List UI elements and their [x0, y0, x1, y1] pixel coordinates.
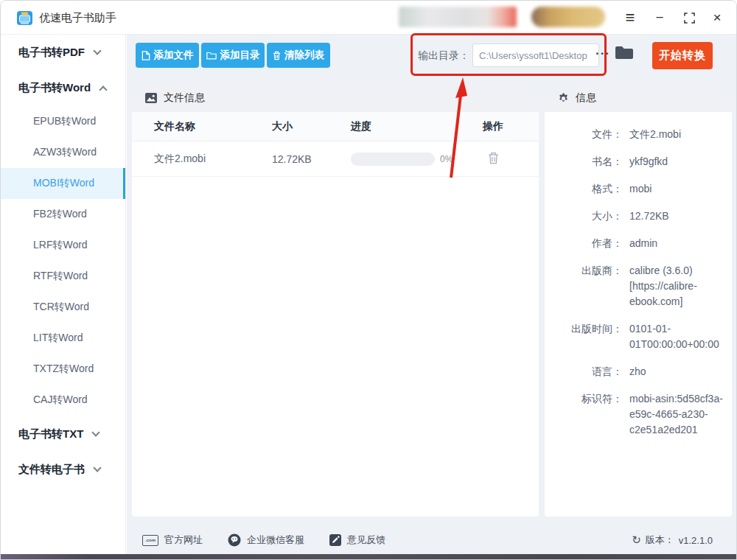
- actions-cell: [464, 150, 523, 168]
- add-file-label: 添加文件: [154, 49, 194, 62]
- add-file-button[interactable]: 添加文件: [136, 43, 199, 68]
- app-title: 优速电子书助手: [39, 11, 116, 25]
- desktop-edge-strip: [1, 554, 737, 560]
- sidebar-item-epub-to-word[interactable]: EPUB转Word: [1, 106, 125, 137]
- feedback-pencil-icon: [329, 534, 341, 546]
- clear-list-label: 清除列表: [284, 49, 324, 62]
- info-label: 大小：: [545, 209, 623, 224]
- blurred-promo-banner[interactable]: [399, 7, 517, 27]
- info-row-size: 大小： 12.72KB: [545, 209, 724, 224]
- progress-bar: [351, 153, 435, 166]
- com-website-icon: .com: [142, 535, 158, 546]
- sidebar-item-label: EPUB转Word: [33, 115, 96, 128]
- info-row-author: 作者： admin: [545, 236, 724, 251]
- info-label: 格式：: [545, 181, 623, 197]
- sidebar-item-label: RTF转Word: [33, 270, 88, 283]
- info-label: 出版时间：: [545, 321, 623, 352]
- version-info: ↻ 版本： v1.2.1.0: [632, 526, 713, 554]
- info-value: 文件2.mobi: [629, 127, 724, 142]
- sidebar-group-file-to-ebook[interactable]: 文件转电子书: [1, 454, 125, 485]
- folder-icon: [615, 45, 634, 60]
- title-bar: 优速电子书助手 ≡ − ×: [1, 1, 737, 35]
- info-row-identifier: 标识符： mobi-asin:5d58cf3a-e59c-4665-a230-c…: [545, 391, 724, 438]
- sidebar-group-label: 文件转电子书: [18, 463, 85, 477]
- sidebar-item-txtz-to-word[interactable]: TXTZ转Word: [1, 354, 125, 385]
- sidebar-group-label: 电子书转TXT: [18, 427, 83, 441]
- info-panel-title: 信息: [576, 91, 596, 105]
- info-value: mobi: [629, 181, 724, 197]
- feedback-link[interactable]: 意见反馈: [329, 533, 385, 547]
- chevron-up-icon: [99, 85, 107, 94]
- sidebar: 电子书转PDF 电子书转Word EPUB转Word AZW3转Word MOB…: [1, 35, 126, 554]
- table-header: 文件名称 大小 进度 操作: [132, 112, 539, 141]
- sidebar-item-lrf-to-word[interactable]: LRF转Word: [1, 230, 125, 261]
- column-actions: 操作: [464, 120, 523, 133]
- sidebar-item-tcr-to-word[interactable]: TCR转Word: [1, 292, 125, 323]
- browse-folder-button[interactable]: [614, 45, 635, 63]
- check-update-icon[interactable]: ↻: [632, 533, 641, 547]
- chat-support-icon: [228, 533, 241, 547]
- info-label: 标识符：: [545, 391, 623, 438]
- more-options-dots[interactable]: ···: [592, 46, 614, 61]
- app-logo-icon: [17, 10, 32, 26]
- sidebar-item-mobi-to-word[interactable]: MOBI转Word: [1, 168, 125, 199]
- official-website-link[interactable]: .com 官方网址: [142, 533, 203, 547]
- progress-cell: 0%: [346, 153, 464, 166]
- trash-icon: [273, 51, 281, 60]
- info-row-language: 语言： zho: [545, 364, 724, 379]
- file-panel-title: 文件信息: [164, 91, 205, 105]
- info-panel: 信息 文件： 文件2.mobi 书名： ykf9gfkd 格式： mobi 大小…: [545, 84, 732, 517]
- info-row-publish-time: 出版时间： 0101-01-01T00:00:00+00:00: [545, 321, 724, 352]
- official-website-label: 官方网址: [164, 533, 203, 547]
- info-row-format: 格式： mobi: [545, 181, 724, 197]
- sidebar-group-ebook-to-txt[interactable]: 电子书转TXT: [1, 419, 125, 449]
- sidebar-group-ebook-to-pdf[interactable]: 电子书转PDF: [1, 37, 125, 68]
- sidebar-item-fb2-to-word[interactable]: FB2转Word: [1, 199, 125, 230]
- info-value: 12.72KB: [629, 209, 724, 224]
- start-convert-button[interactable]: 开始转换: [652, 42, 713, 69]
- sidebar-item-caj-to-word[interactable]: CAJ转Word: [1, 385, 125, 416]
- info-row-file: 文件： 文件2.mobi: [545, 127, 724, 142]
- chevron-down-icon: [93, 463, 101, 472]
- sidebar-item-label: LRF转Word: [33, 239, 88, 252]
- chevron-down-icon: [93, 46, 101, 55]
- clear-list-button[interactable]: 清除列表: [267, 43, 330, 68]
- info-value: 0101-01-01T00:00:00+00:00: [629, 321, 724, 352]
- sidebar-item-label: MOBI转Word: [33, 177, 94, 190]
- footer-bar: .com 官方网址 企业微信客服 意见反馈 ↻ 版本： v1.2.1.0: [132, 526, 732, 554]
- info-label: 书名：: [545, 154, 623, 169]
- close-icon[interactable]: ×: [708, 1, 727, 35]
- column-file-name: 文件名称: [132, 120, 272, 133]
- file-icon: [142, 51, 150, 60]
- info-value: admin: [629, 236, 724, 251]
- sidebar-group-ebook-to-word[interactable]: 电子书转Word: [1, 72, 125, 103]
- sidebar-item-label: AZW3转Word: [33, 146, 97, 159]
- info-panel-header: 信息: [545, 84, 732, 112]
- add-folder-button[interactable]: 添加目录: [201, 43, 265, 68]
- file-size-cell: 12.72KB: [272, 153, 346, 165]
- wechat-support-link[interactable]: 企业微信客服: [228, 533, 304, 547]
- maximize-icon[interactable]: [680, 1, 699, 35]
- sidebar-group-label: 电子书转Word: [18, 81, 91, 95]
- gear-icon: [558, 93, 569, 104]
- file-name-cell: 文件2.mobi: [132, 153, 272, 166]
- info-rows: 文件： 文件2.mobi 书名： ykf9gfkd 格式： mobi 大小： 1…: [545, 112, 732, 438]
- table-row: 文件2.mobi 12.72KB 0%: [132, 141, 539, 177]
- sidebar-item-lit-to-word[interactable]: LIT转Word: [1, 323, 125, 354]
- info-label: 作者：: [545, 236, 623, 251]
- info-row-publisher: 出版商： calibre (3.6.0) [https://calibre-eb…: [545, 263, 724, 309]
- chevron-down-icon: [92, 428, 100, 436]
- sidebar-item-rtf-to-word[interactable]: RTF转Word: [1, 261, 125, 292]
- output-dir-input[interactable]: [472, 43, 599, 67]
- sidebar-item-azw3-to-word[interactable]: AZW3转Word: [1, 137, 125, 168]
- folder-icon: [206, 51, 217, 60]
- column-size: 大小: [272, 120, 346, 133]
- sidebar-item-label: TCR转Word: [33, 301, 89, 314]
- delete-file-button[interactable]: [486, 150, 500, 168]
- blurred-vip-button[interactable]: [531, 7, 605, 27]
- minimize-icon[interactable]: −: [650, 1, 669, 35]
- version-value: v1.2.1.0: [679, 535, 713, 546]
- file-panel: 文件信息 文件名称 大小 进度 操作 文件2.mobi 12.72KB 0%: [132, 84, 539, 517]
- trash-icon: [488, 152, 499, 164]
- menu-icon[interactable]: ≡: [621, 1, 640, 35]
